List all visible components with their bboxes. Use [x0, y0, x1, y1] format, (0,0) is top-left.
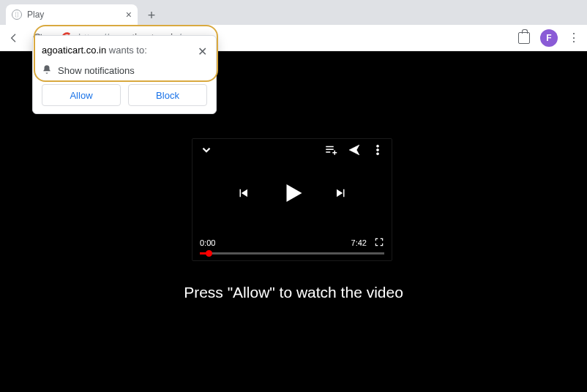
- chevron-down-icon[interactable]: [200, 143, 213, 157]
- globe-icon: [12, 10, 22, 20]
- next-button[interactable]: [334, 186, 348, 203]
- play-button[interactable]: [279, 180, 305, 209]
- close-icon[interactable]: ✕: [198, 45, 207, 59]
- permission-prompt: agoaticart.co.in wants to: ✕ Show notifi…: [32, 35, 217, 114]
- tab-close-icon[interactable]: ×: [126, 9, 132, 20]
- instruction-text: Press "Allow" to watch the video: [0, 284, 587, 301]
- menu-icon[interactable]: ⋮: [568, 31, 580, 45]
- video-player[interactable]: 0:00 7:42: [192, 138, 392, 261]
- tab-title: Play: [27, 10, 121, 20]
- svg-point-2: [377, 153, 379, 155]
- svg-point-1: [377, 149, 379, 151]
- playlist-add-icon[interactable]: [324, 143, 337, 157]
- extensions-icon[interactable]: [518, 32, 530, 44]
- block-button[interactable]: Block: [128, 84, 207, 106]
- tab-strip: Play × +: [0, 0, 587, 25]
- avatar[interactable]: F: [540, 29, 558, 47]
- svg-point-0: [377, 145, 379, 147]
- bell-icon: [42, 64, 52, 77]
- current-time: 0:00: [200, 238, 215, 247]
- back-button[interactable]: [7, 31, 20, 45]
- browser-tab[interactable]: Play ×: [6, 4, 138, 25]
- previous-button[interactable]: [236, 186, 250, 203]
- fullscreen-icon[interactable]: [374, 237, 384, 249]
- prompt-origin: agoaticart.co.in wants to:: [42, 45, 147, 56]
- progress-bar[interactable]: [200, 252, 384, 255]
- more-icon[interactable]: [371, 143, 384, 157]
- new-tab-button[interactable]: +: [142, 6, 161, 25]
- allow-button[interactable]: Allow: [42, 84, 121, 106]
- permission-label: Show notifications: [58, 65, 135, 76]
- duration: 7:42: [351, 238, 367, 247]
- share-icon[interactable]: [348, 143, 361, 157]
